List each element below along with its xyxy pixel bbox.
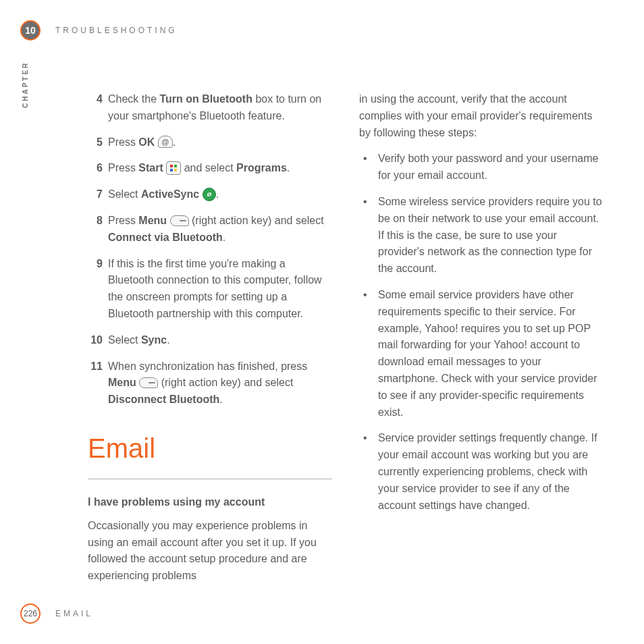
step-bold: Menu [138, 215, 167, 226]
svg-rect-0 [170, 165, 173, 167]
step-pre: Press [108, 215, 138, 226]
step-bold: Sync [141, 334, 167, 346]
activesync-icon [203, 188, 216, 201]
step-pre: When synchronization has finished, press [108, 360, 307, 372]
step-number: 7 [88, 186, 103, 203]
page: 10 TROUBLESHOOTING CHAPTER 4 Check the T… [0, 0, 644, 644]
numbered-steps: 4 Check the Turn on Bluetooth box to tur… [88, 91, 332, 408]
step-text: Press Menu (right action key) and select… [108, 215, 324, 243]
step-bold2: Programs [236, 162, 287, 173]
bullet-item: Some wireless service providers require … [359, 194, 603, 277]
step-bold2: Connect via Bluetooth [108, 232, 223, 243]
bullet-item: Verify both your password and your usern… [359, 151, 603, 184]
step-4: 4 Check the Turn on Bluetooth box to tur… [88, 91, 332, 125]
step-text: Check the Turn on Bluetooth box to turn … [108, 93, 321, 122]
step-mid: (right action key) and select [189, 215, 324, 226]
svg-rect-2 [170, 169, 173, 171]
page-header: 10 TROUBLESHOOTING [20, 20, 603, 41]
step-bold2: Disconnect Bluetooth [108, 394, 219, 405]
step-text: Press Start and select Programs. [108, 162, 290, 173]
step-post: . [173, 136, 176, 148]
step-post: . [219, 394, 222, 405]
step-post: . [167, 334, 169, 346]
svg-rect-3 [174, 169, 177, 171]
chapter-vertical-label: CHAPTER [22, 61, 29, 108]
sub-paragraph: Occasionally you may experience problems… [88, 518, 332, 585]
step-10: 10 Select Sync. [88, 332, 332, 349]
step-number: 8 [88, 213, 103, 230]
step-text: When synchronization has finished, press… [108, 360, 307, 406]
step-5: 5 Press OK @. [88, 134, 332, 151]
step-number: 9 [88, 256, 103, 273]
step-number: 5 [88, 134, 103, 151]
step-pre: Select [108, 188, 141, 200]
step-number: 4 [88, 91, 103, 108]
step-text: Select Sync. [108, 334, 170, 346]
bullet-list: Verify both your password and your usern… [359, 151, 603, 514]
step-bold: Menu [108, 377, 136, 388]
left-column: 4 Check the Turn on Bluetooth box to tur… [88, 91, 332, 583]
windows-start-icon [166, 161, 181, 175]
step-6: 6 Press Start and select Programs. [88, 160, 332, 177]
step-mid: and select [181, 162, 236, 173]
content-columns: 4 Check the Turn on Bluetooth box to tur… [88, 91, 603, 583]
bullet-item: Service provider settings frequently cha… [359, 430, 603, 514]
step-7: 7 Select ActiveSync . [88, 186, 332, 203]
step-11: 11 When synchronization has finished, pr… [88, 358, 332, 408]
page-footer: 226 EMAIL [20, 603, 603, 624]
step-mid: (right action key) and select [158, 377, 293, 388]
ok-button-icon: @ [158, 136, 173, 148]
footer-section-label: EMAIL [55, 609, 93, 618]
section-heading-email: Email [88, 427, 332, 469]
subheading-account-problems: I have problems using my account [88, 494, 332, 511]
step-bold: Start [138, 162, 163, 173]
step-pre: Press [108, 136, 138, 148]
step-bold: ActiveSync [141, 188, 199, 200]
step-pre: Check the [108, 93, 159, 105]
step-text: Select ActiveSync . [108, 188, 219, 200]
page-number-badge: 226 [20, 603, 41, 624]
step-pre: Select [108, 334, 141, 346]
header-title: TROUBLESHOOTING [55, 26, 178, 35]
section-rule [88, 479, 332, 479]
step-9: 9 If this is the first time you're makin… [88, 256, 332, 323]
step-post: . [223, 232, 225, 243]
step-pre: Press [108, 162, 138, 173]
step-bold: Turn on Bluetooth [159, 93, 252, 105]
step-text: Press OK @. [108, 136, 176, 148]
bullet-item: Some email service providers have other … [359, 287, 603, 421]
step-number: 11 [88, 358, 103, 375]
menu-key-icon [170, 215, 189, 226]
intro-paragraph: in using the account, verify that the ac… [359, 91, 603, 141]
right-column: in using the account, verify that the ac… [359, 91, 603, 583]
step-text: If this is the first time you're making … [108, 258, 322, 319]
step-number: 6 [88, 160, 103, 177]
svg-rect-1 [174, 165, 177, 167]
step-number: 10 [88, 332, 103, 349]
menu-key-icon [139, 377, 158, 388]
step-post: . [287, 162, 290, 173]
step-bold: OK [138, 136, 155, 148]
step-post: . [216, 188, 219, 200]
step-8: 8 Press Menu (right action key) and sele… [88, 213, 332, 246]
chapter-badge: 10 [20, 20, 41, 41]
